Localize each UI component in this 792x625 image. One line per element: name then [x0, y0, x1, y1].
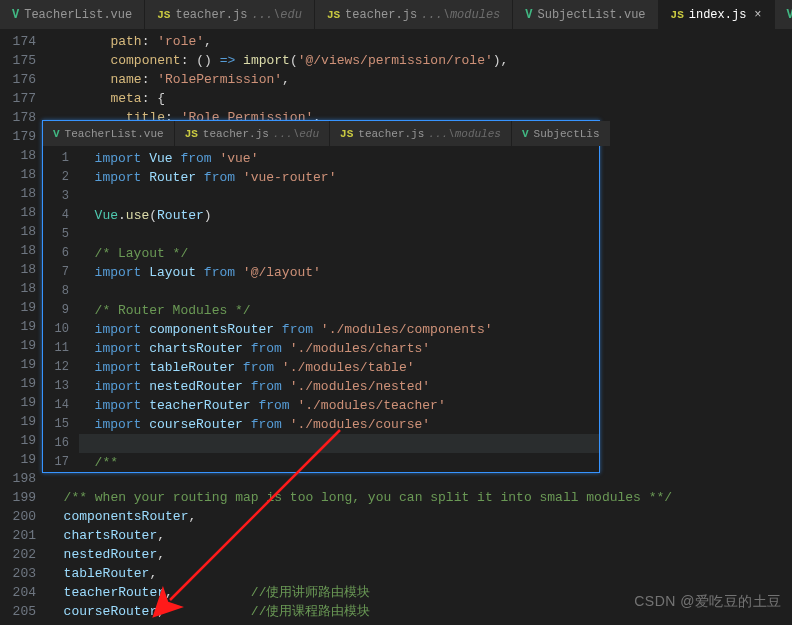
inset-tab-bar: VTeacherList.vueJSteacher.js ...\eduJSte… [43, 121, 599, 147]
code-line[interactable]: Vue.use(Router) [79, 206, 599, 225]
code-line[interactable]: import componentsRouter from './modules/… [79, 320, 599, 339]
tab-subpath: ...\modules [428, 128, 501, 140]
code-line[interactable]: /* Router Modules */ [79, 301, 599, 320]
tab-teacher-js[interactable]: JSteacher.js ...\modules [330, 121, 512, 146]
tab-label: teacher.js [203, 128, 269, 140]
tab-label: teacher.js [175, 8, 247, 22]
code-area[interactable]: import Vue from 'vue' import Router from… [79, 147, 599, 472]
code-line[interactable] [79, 187, 599, 206]
tab-label: TeacherList.vue [24, 8, 132, 22]
tab-subjectlis[interactable]: VSubjectLis [512, 121, 611, 146]
tab-teacher-js[interactable]: JSteacher.js ...\edu [175, 121, 330, 146]
tab-subjectlist-vue[interactable]: VSubjectList.vue [513, 0, 658, 29]
code-line[interactable]: import tableRouter from './modules/table… [79, 358, 599, 377]
js-icon: JS [327, 9, 340, 21]
tab-label: teacher.js [358, 128, 424, 140]
js-icon: JS [157, 9, 170, 21]
tab-subpath: ...\modules [421, 8, 500, 22]
vue-icon: V [53, 128, 60, 140]
tab-label: SubjectList.vue [538, 8, 646, 22]
vue-icon: V [522, 128, 529, 140]
close-icon[interactable]: × [754, 8, 761, 22]
tab-teacherlist-vue[interactable]: VTeacherList.vue [43, 121, 175, 146]
watermark: CSDN @爱吃豆的土豆 [634, 593, 782, 611]
code-line[interactable]: import courseRouter from './modules/cour… [79, 415, 599, 434]
top-tab-bar: VTeacherList.vueJSteacher.js ...\eduJSte… [0, 0, 792, 30]
tab-index-js[interactable]: JSindex.js× [659, 0, 775, 29]
code-line[interactable]: import Router from 'vue-router' [79, 168, 599, 187]
tab-label: index.js [689, 8, 747, 22]
code-line[interactable]: import Layout from '@/layout' [79, 263, 599, 282]
tab-subpath: ...\edu [251, 8, 301, 22]
tab-teacher-js[interactable]: JSteacher.js ...\edu [145, 0, 315, 29]
code-line[interactable]: import nestedRouter from './modules/nest… [79, 377, 599, 396]
code-line[interactable] [79, 225, 599, 244]
vue-icon: V [525, 8, 532, 22]
code-line[interactable] [79, 434, 599, 453]
gutter: 1741751761771781791818181818181818191919… [0, 30, 48, 621]
code-line[interactable]: /* Layout */ [79, 244, 599, 263]
code-line[interactable]: import chartsRouter from './modules/char… [79, 339, 599, 358]
js-icon: JS [671, 9, 684, 21]
vue-icon: V [787, 8, 792, 22]
code-line[interactable]: /** [79, 453, 599, 472]
code-line[interactable]: import teacherRouter from './modules/tea… [79, 396, 599, 415]
js-icon: JS [340, 128, 353, 140]
tab-teacher-js[interactable]: JSteacher.js ...\modules [315, 0, 513, 29]
code-line[interactable]: import Vue from 'vue' [79, 149, 599, 168]
vue-icon: V [12, 8, 19, 22]
gutter: 1234567891011121314151617 [43, 147, 79, 472]
js-icon: JS [185, 128, 198, 140]
tab-label: TeacherList.vue [65, 128, 164, 140]
tab-subpath: ...\edu [273, 128, 319, 140]
tab-label: SubjectLis [534, 128, 600, 140]
tab-label: teacher.js [345, 8, 417, 22]
tab-teacherlist-vue[interactable]: VTeacherList.vue [0, 0, 145, 29]
tab-ind[interactable]: Vind [775, 0, 792, 29]
inset-editor-panel: VTeacherList.vueJSteacher.js ...\eduJSte… [42, 120, 600, 473]
code-line[interactable] [79, 282, 599, 301]
